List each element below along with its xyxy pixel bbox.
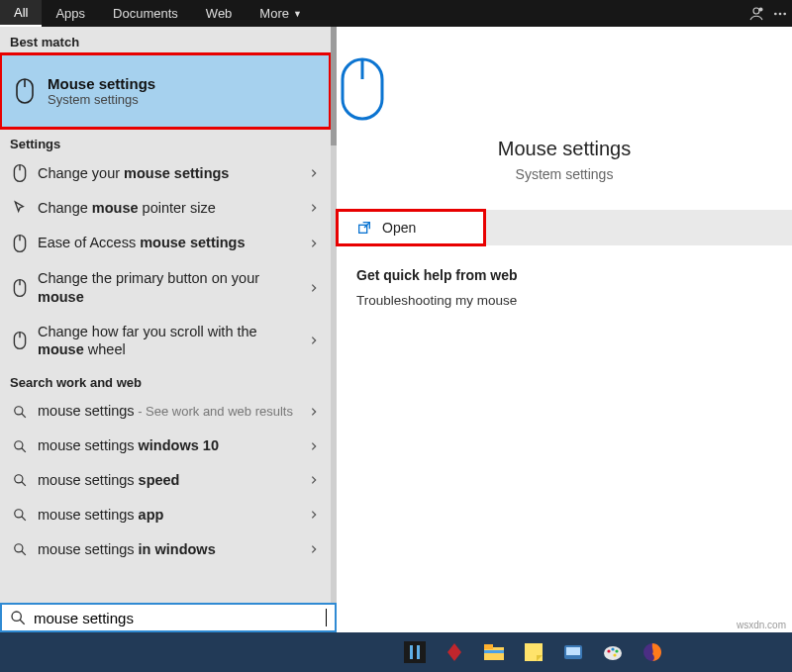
svg-rect-36 bbox=[525, 643, 543, 661]
open-icon bbox=[356, 220, 372, 236]
svg-rect-31 bbox=[410, 645, 413, 659]
tab-more[interactable]: More▼ bbox=[246, 0, 316, 27]
result-row[interactable]: Change the primary button on your mouse bbox=[0, 261, 331, 315]
mouse-icon bbox=[12, 278, 28, 298]
result-text: mouse settings speed bbox=[38, 471, 299, 490]
mouse-icon bbox=[14, 77, 36, 105]
preview-pane: Mouse settings System settings Open Get … bbox=[337, 27, 792, 632]
result-row[interactable]: Change your mouse settings bbox=[0, 155, 331, 191]
svg-point-21 bbox=[15, 510, 23, 518]
chevron-right-icon bbox=[309, 510, 319, 520]
svg-point-3 bbox=[779, 12, 782, 15]
actions-bar: Open bbox=[337, 210, 792, 245]
feedback-icon[interactable] bbox=[744, 0, 768, 27]
chevron-right-icon bbox=[309, 475, 319, 485]
svg-point-23 bbox=[15, 544, 23, 552]
search-icon bbox=[12, 542, 28, 556]
search-icon bbox=[10, 610, 26, 625]
search-scope-tabs: All Apps Documents Web More▼ bbox=[0, 0, 792, 27]
mouse-icon bbox=[12, 331, 28, 350]
svg-point-40 bbox=[607, 649, 610, 652]
svg-rect-34 bbox=[484, 644, 493, 649]
result-text: Change the primary button on your mouse bbox=[38, 269, 299, 307]
section-search-web: Search work and web bbox=[0, 367, 331, 394]
section-settings: Settings bbox=[0, 129, 331, 155]
preview-title: Mouse settings bbox=[337, 138, 792, 160]
result-row[interactable]: mouse settings windows 10 bbox=[0, 429, 331, 463]
result-row[interactable]: mouse settings in windows bbox=[0, 532, 331, 567]
chevron-down-icon: ▼ bbox=[293, 9, 302, 19]
result-text: mouse settings app bbox=[38, 506, 299, 525]
chevron-right-icon bbox=[309, 407, 319, 417]
search-icon bbox=[12, 473, 28, 487]
svg-line-20 bbox=[22, 482, 26, 486]
chevron-right-icon bbox=[309, 544, 319, 554]
result-text: Change how far you scroll with the mouse… bbox=[38, 323, 299, 360]
taskbar-firefox[interactable] bbox=[642, 641, 663, 663]
svg-point-41 bbox=[611, 647, 614, 650]
taskbar-app-2[interactable] bbox=[444, 641, 465, 663]
chevron-right-icon bbox=[309, 239, 319, 248]
chevron-right-icon bbox=[309, 441, 319, 451]
svg-rect-35 bbox=[484, 650, 504, 653]
quick-help-link[interactable]: Troubleshooting my mouse bbox=[337, 293, 792, 308]
result-text: Ease of Access mouse settings bbox=[38, 234, 299, 252]
section-best-match: Best match bbox=[0, 27, 331, 53]
tab-documents[interactable]: Documents bbox=[99, 0, 192, 27]
result-row[interactable]: Ease of Access mouse settings bbox=[0, 226, 331, 261]
taskbar-app-5[interactable] bbox=[562, 641, 584, 663]
search-icon bbox=[12, 508, 28, 522]
svg-line-22 bbox=[22, 517, 26, 521]
result-row[interactable]: mouse settings app bbox=[0, 498, 331, 532]
best-match-sub: System settings bbox=[48, 92, 155, 107]
svg-rect-32 bbox=[417, 645, 420, 659]
result-text: Change mouse pointer size bbox=[38, 199, 299, 218]
result-text: mouse settings - See work and web result… bbox=[38, 402, 299, 421]
result-text: mouse settings in windows bbox=[38, 540, 299, 559]
tab-web[interactable]: Web bbox=[192, 0, 247, 27]
open-button[interactable]: Open bbox=[337, 210, 485, 245]
more-options-icon[interactable] bbox=[768, 0, 792, 27]
svg-line-16 bbox=[22, 413, 26, 417]
svg-line-18 bbox=[22, 447, 26, 451]
text-caret bbox=[326, 609, 327, 626]
best-match-title: Mouse settings bbox=[48, 75, 155, 92]
result-row[interactable]: mouse settings - See work and web result… bbox=[0, 394, 331, 429]
taskbar-app-1[interactable] bbox=[404, 641, 426, 663]
mouse-icon bbox=[337, 54, 792, 124]
svg-point-19 bbox=[15, 475, 23, 483]
taskbar bbox=[0, 632, 792, 672]
tab-all[interactable]: All bbox=[0, 0, 42, 27]
svg-line-24 bbox=[22, 551, 26, 555]
mouse-icon bbox=[12, 234, 28, 253]
result-row[interactable]: Change mouse pointer size bbox=[0, 191, 331, 226]
svg-point-17 bbox=[15, 440, 23, 448]
svg-point-0 bbox=[753, 8, 759, 14]
result-row[interactable]: mouse settings speed bbox=[0, 463, 331, 498]
svg-point-15 bbox=[15, 406, 23, 414]
results-pane: Best match Mouse settings System setting… bbox=[0, 27, 331, 632]
svg-line-29 bbox=[20, 620, 25, 624]
chevron-right-icon bbox=[309, 168, 319, 178]
preview-sub: System settings bbox=[337, 166, 792, 182]
svg-rect-30 bbox=[404, 641, 426, 663]
taskbar-paint[interactable] bbox=[602, 641, 624, 663]
best-match-item[interactable]: Mouse settings System settings bbox=[0, 53, 331, 129]
mouse-icon bbox=[12, 163, 28, 183]
result-row[interactable]: Change how far you scroll with the mouse… bbox=[0, 315, 331, 368]
tab-apps[interactable]: Apps bbox=[42, 0, 99, 27]
svg-point-2 bbox=[774, 12, 777, 15]
chevron-right-icon bbox=[309, 203, 319, 213]
svg-point-42 bbox=[615, 649, 618, 652]
taskbar-file-explorer[interactable] bbox=[483, 641, 505, 663]
result-text: mouse settings windows 10 bbox=[38, 436, 299, 455]
taskbar-sticky-notes[interactable] bbox=[523, 641, 544, 663]
search-box[interactable] bbox=[0, 603, 337, 632]
pointer-icon bbox=[12, 200, 28, 216]
search-input[interactable] bbox=[34, 610, 318, 626]
svg-rect-38 bbox=[566, 647, 580, 655]
search-icon bbox=[12, 439, 28, 453]
chevron-right-icon bbox=[309, 336, 319, 345]
search-icon bbox=[12, 405, 28, 419]
svg-point-1 bbox=[759, 8, 762, 11]
